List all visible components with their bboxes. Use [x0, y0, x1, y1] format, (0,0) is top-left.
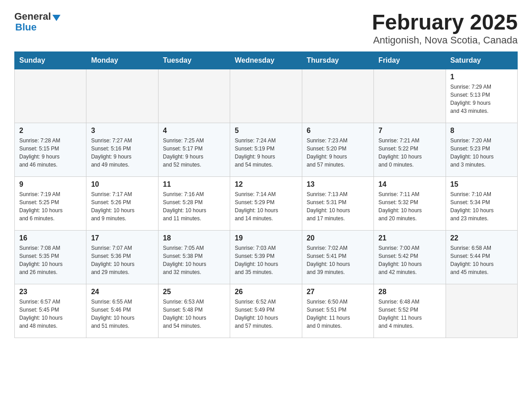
day-info: Sunrise: 7:10 AM Sunset: 5:34 PM Dayligh… — [450, 190, 513, 223]
calendar-cell: 14Sunrise: 7:11 AM Sunset: 5:32 PM Dayli… — [374, 176, 446, 230]
day-number: 15 — [450, 180, 513, 188]
day-number: 13 — [307, 180, 369, 188]
day-number: 3 — [91, 127, 153, 135]
calendar-cell: 4Sunrise: 7:25 AM Sunset: 5:17 PM Daylig… — [158, 123, 230, 176]
calendar-cell: 21Sunrise: 7:00 AM Sunset: 5:42 PM Dayli… — [374, 230, 446, 284]
calendar-cell: 10Sunrise: 7:17 AM Sunset: 5:26 PM Dayli… — [86, 176, 158, 230]
calendar-title: February 2025 — [372, 11, 518, 34]
header-friday: Friday — [374, 51, 446, 69]
day-number: 16 — [19, 234, 82, 242]
day-info: Sunrise: 7:17 AM Sunset: 5:26 PM Dayligh… — [91, 190, 153, 223]
calendar-cell: 12Sunrise: 7:14 AM Sunset: 5:29 PM Dayli… — [230, 176, 302, 230]
calendar-week-row: 16Sunrise: 7:08 AM Sunset: 5:35 PM Dayli… — [15, 230, 518, 284]
calendar-cell — [230, 69, 302, 123]
day-info: Sunrise: 6:50 AM Sunset: 5:51 PM Dayligh… — [307, 298, 369, 330]
day-number: 8 — [450, 127, 513, 135]
header-tuesday: Tuesday — [158, 51, 230, 69]
day-info: Sunrise: 7:00 AM Sunset: 5:42 PM Dayligh… — [378, 244, 441, 276]
calendar-cell: 22Sunrise: 6:58 AM Sunset: 5:44 PM Dayli… — [446, 230, 517, 284]
calendar-cell: 8Sunrise: 7:20 AM Sunset: 5:23 PM Daylig… — [446, 123, 517, 176]
calendar-table: SundayMondayTuesdayWednesdayThursdayFrid… — [14, 51, 518, 338]
calendar-cell: 18Sunrise: 7:05 AM Sunset: 5:38 PM Dayli… — [158, 230, 230, 284]
day-info: Sunrise: 6:52 AM Sunset: 5:49 PM Dayligh… — [235, 298, 297, 330]
day-number: 6 — [307, 127, 369, 135]
day-info: Sunrise: 7:24 AM Sunset: 5:19 PM Dayligh… — [235, 137, 297, 169]
day-info: Sunrise: 7:23 AM Sunset: 5:20 PM Dayligh… — [307, 137, 369, 169]
calendar-cell: 23Sunrise: 6:57 AM Sunset: 5:45 PM Dayli… — [15, 284, 86, 338]
day-info: Sunrise: 7:21 AM Sunset: 5:22 PM Dayligh… — [378, 137, 441, 169]
calendar-cell: 26Sunrise: 6:52 AM Sunset: 5:49 PM Dayli… — [230, 284, 302, 338]
day-info: Sunrise: 7:08 AM Sunset: 5:35 PM Dayligh… — [19, 244, 82, 276]
day-number: 26 — [235, 288, 297, 296]
day-number: 21 — [378, 234, 441, 242]
calendar-cell: 1Sunrise: 7:29 AM Sunset: 5:13 PM Daylig… — [446, 69, 517, 123]
day-number: 28 — [378, 288, 441, 296]
day-info: Sunrise: 7:05 AM Sunset: 5:38 PM Dayligh… — [163, 244, 225, 276]
logo-general-text: General — [14, 11, 51, 22]
day-number: 11 — [163, 180, 225, 188]
calendar-cell: 13Sunrise: 7:13 AM Sunset: 5:31 PM Dayli… — [302, 176, 373, 230]
header-monday: Monday — [86, 51, 158, 69]
header-wednesday: Wednesday — [230, 51, 302, 69]
calendar-cell: 2Sunrise: 7:28 AM Sunset: 5:15 PM Daylig… — [15, 123, 86, 176]
day-number: 19 — [235, 234, 297, 242]
title-block: February 2025 Antigonish, Nova Scotia, C… — [372, 11, 518, 46]
day-number: 10 — [91, 180, 153, 188]
day-number: 12 — [235, 180, 297, 188]
day-number: 17 — [91, 234, 153, 242]
calendar-cell: 17Sunrise: 7:07 AM Sunset: 5:36 PM Dayli… — [86, 230, 158, 284]
day-info: Sunrise: 7:13 AM Sunset: 5:31 PM Dayligh… — [307, 190, 369, 223]
day-info: Sunrise: 6:53 AM Sunset: 5:48 PM Dayligh… — [163, 298, 225, 330]
calendar-cell — [374, 69, 446, 123]
calendar-cell: 28Sunrise: 6:48 AM Sunset: 5:52 PM Dayli… — [374, 284, 446, 338]
calendar-cell: 7Sunrise: 7:21 AM Sunset: 5:22 PM Daylig… — [374, 123, 446, 176]
calendar-cell: 27Sunrise: 6:50 AM Sunset: 5:51 PM Dayli… — [302, 284, 373, 338]
day-info: Sunrise: 7:27 AM Sunset: 5:16 PM Dayligh… — [91, 137, 153, 169]
calendar-week-row: 9Sunrise: 7:19 AM Sunset: 5:25 PM Daylig… — [15, 176, 518, 230]
logo-blue-text: Blue — [14, 21, 37, 33]
calendar-subtitle: Antigonish, Nova Scotia, Canada — [372, 34, 518, 46]
day-info: Sunrise: 7:16 AM Sunset: 5:28 PM Dayligh… — [163, 190, 225, 223]
day-number: 18 — [163, 234, 225, 242]
day-info: Sunrise: 7:20 AM Sunset: 5:23 PM Dayligh… — [450, 137, 513, 169]
day-number: 20 — [307, 234, 369, 242]
day-info: Sunrise: 7:11 AM Sunset: 5:32 PM Dayligh… — [378, 190, 441, 223]
day-number: 2 — [19, 127, 82, 135]
calendar-week-row: 2Sunrise: 7:28 AM Sunset: 5:15 PM Daylig… — [15, 123, 518, 176]
header-thursday: Thursday — [302, 51, 373, 69]
calendar-cell — [158, 69, 230, 123]
calendar-cell: 16Sunrise: 7:08 AM Sunset: 5:35 PM Dayli… — [15, 230, 86, 284]
day-info: Sunrise: 7:02 AM Sunset: 5:41 PM Dayligh… — [307, 244, 369, 276]
calendar-cell: 25Sunrise: 6:53 AM Sunset: 5:48 PM Dayli… — [158, 284, 230, 338]
calendar-cell: 5Sunrise: 7:24 AM Sunset: 5:19 PM Daylig… — [230, 123, 302, 176]
calendar-cell: 3Sunrise: 7:27 AM Sunset: 5:16 PM Daylig… — [86, 123, 158, 176]
header-saturday: Saturday — [446, 51, 517, 69]
day-number: 4 — [163, 127, 225, 135]
day-info: Sunrise: 7:25 AM Sunset: 5:17 PM Dayligh… — [163, 137, 225, 169]
day-number: 25 — [163, 288, 225, 296]
day-info: Sunrise: 7:29 AM Sunset: 5:13 PM Dayligh… — [450, 83, 513, 115]
logo-arrow-icon — [52, 15, 60, 21]
day-number: 1 — [450, 73, 513, 81]
day-number: 27 — [307, 288, 369, 296]
day-info: Sunrise: 7:07 AM Sunset: 5:36 PM Dayligh… — [91, 244, 153, 276]
day-number: 5 — [235, 127, 297, 135]
day-number: 22 — [450, 234, 513, 242]
calendar-cell — [446, 284, 517, 338]
calendar-cell: 20Sunrise: 7:02 AM Sunset: 5:41 PM Dayli… — [302, 230, 373, 284]
logo: General Blue — [14, 11, 60, 33]
calendar-cell: 6Sunrise: 7:23 AM Sunset: 5:20 PM Daylig… — [302, 123, 373, 176]
day-info: Sunrise: 6:57 AM Sunset: 5:45 PM Dayligh… — [19, 298, 82, 330]
calendar-header-row: SundayMondayTuesdayWednesdayThursdayFrid… — [15, 51, 518, 69]
calendar-cell: 11Sunrise: 7:16 AM Sunset: 5:28 PM Dayli… — [158, 176, 230, 230]
day-info: Sunrise: 7:19 AM Sunset: 5:25 PM Dayligh… — [19, 190, 82, 223]
calendar-cell: 15Sunrise: 7:10 AM Sunset: 5:34 PM Dayli… — [446, 176, 517, 230]
calendar-cell — [86, 69, 158, 123]
day-number: 14 — [378, 180, 441, 188]
day-number: 23 — [19, 288, 82, 296]
calendar-week-row: 1Sunrise: 7:29 AM Sunset: 5:13 PM Daylig… — [15, 69, 518, 123]
calendar-cell: 24Sunrise: 6:55 AM Sunset: 5:46 PM Dayli… — [86, 284, 158, 338]
calendar-cell — [302, 69, 373, 123]
calendar-cell: 19Sunrise: 7:03 AM Sunset: 5:39 PM Dayli… — [230, 230, 302, 284]
day-info: Sunrise: 6:55 AM Sunset: 5:46 PM Dayligh… — [91, 298, 153, 330]
